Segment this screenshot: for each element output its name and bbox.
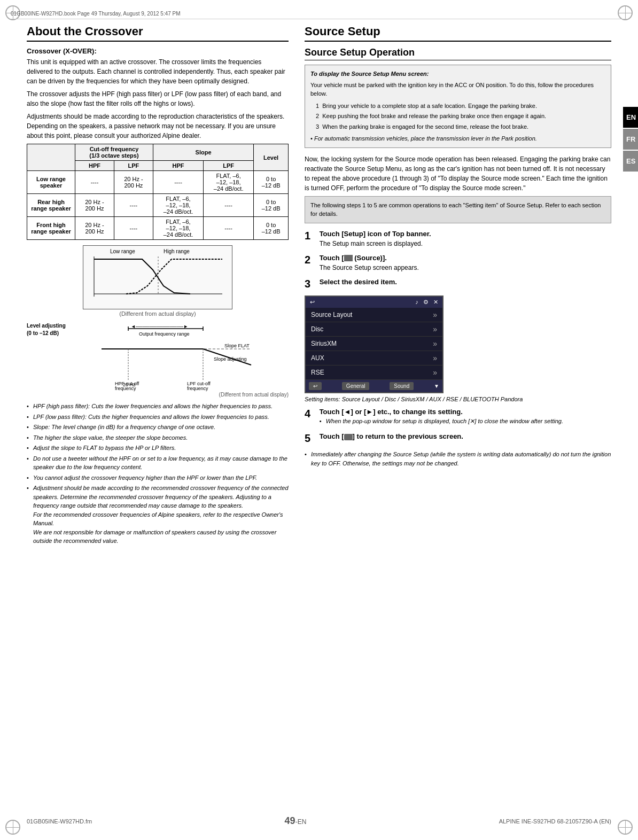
header-file-info: 01GB00INE-W927HD.book Page 49 Thursday, …: [11, 11, 181, 17]
bullet-item: Slope: The level change (in dB) for a fr…: [27, 423, 289, 432]
screen-item-aux: AUX: [311, 354, 324, 362]
svg-text:Slope FLAT: Slope FLAT: [224, 343, 250, 348]
screen-btn-sound[interactable]: Sound: [390, 382, 414, 390]
row-label-low: Low range speaker: [27, 171, 75, 194]
cell-low-level: 0 to–12 dB: [254, 171, 289, 194]
bullet-item: You cannot adjust the crossover frequenc…: [27, 473, 289, 483]
right-section-title: Source Setup: [305, 25, 611, 42]
screen-arrow-aux: »: [433, 354, 437, 362]
info-box-title: To display the Source Setup Menu screen:: [310, 69, 605, 79]
step-2-title: Touch [ (Source)].: [320, 254, 610, 262]
step-2-number: 2: [305, 254, 317, 266]
step-1-title: Touch [Setup] icon of Top banner.: [320, 230, 610, 238]
final-note-text: Immediately after changing the Source Se…: [311, 451, 611, 466]
screen-mockup: ↩ ♪ ⚙ ✕ Source Layout » Disc » SiriusXM …: [305, 295, 444, 393]
screen-arrow-disc: »: [433, 325, 437, 333]
cell-rear-hpf-slope: FLAT, –6,–12, –18,–24 dB/oct.: [153, 194, 203, 217]
step-5-block: 5 Touch [] to return to the previous scr…: [305, 432, 611, 445]
cell-low-lpf-slope: FLAT, –6,–12, –18,–24 dB/oct.: [204, 171, 254, 194]
info-step-1: 1 Bring your vehicle to a complete stop …: [316, 102, 605, 111]
lang-tab-en[interactable]: EN: [623, 107, 638, 128]
screen-item-disc: Disc: [311, 325, 323, 333]
info-step-2: 2 Keep pushing the foot brake and releas…: [316, 112, 605, 121]
right-subsection-title: Source Setup Operation: [305, 47, 611, 60]
cell-rear-lpf-slope: ----: [204, 194, 254, 217]
cell-front-hpf-slope: FLAT, –6,–12, –18,–24 dB/oct.: [153, 217, 203, 240]
level-slope-diagram: ◄──────────────► Output frequency range …: [96, 322, 267, 392]
step-1-content: Touch [Setup] icon of Top banner. The Se…: [320, 230, 610, 248]
level-diagram-wrapper: Level adjusting(0 to –12 dB) ◄──────────…: [27, 322, 289, 398]
page-suffix: -EN: [295, 818, 307, 826]
step-3-title: Select the desired item.: [320, 278, 610, 286]
bullet-item: LPF (low pass filter): Cuts the higher f…: [27, 413, 289, 422]
step-4-number: 4: [305, 408, 317, 420]
screen-arrow-layout: »: [433, 310, 437, 319]
screen-btn-general[interactable]: General: [342, 382, 370, 390]
cell-front-level: 0 to–12 dB: [254, 217, 289, 240]
cell-rear-hpf-cutoff: 20 Hz -200 Hz: [75, 194, 114, 217]
screen-arrow-siriusxm: »: [433, 339, 437, 348]
screen-item-rse: RSE: [311, 369, 324, 376]
crossover-body1: The crossover adjusts the HPF (high pass…: [27, 89, 289, 108]
svg-text:Low range: Low range: [110, 248, 135, 254]
level-diagram-labels: Level adjusting(0 to –12 dB): [27, 322, 85, 337]
screen-top-bar: ↩ ♪ ⚙ ✕: [306, 297, 442, 308]
footer-right: ALPINE INE-S927HD 68-21057Z90-A (EN): [499, 818, 611, 825]
svg-text:Output frequency range: Output frequency range: [139, 331, 190, 337]
step-3-content: Select the desired item.: [320, 278, 610, 287]
final-note-list: Immediately after changing the Source Se…: [305, 450, 611, 468]
screen-row-siriusxm: SiriusXM »: [306, 337, 442, 351]
screen-row-rse: RSE »: [306, 365, 442, 380]
screen-item-source-layout: Source Layout: [311, 311, 352, 318]
step-5-content: Touch [] to return to the previous scree…: [320, 432, 610, 441]
step-2-desc: The Source Setup screen appears.: [320, 263, 610, 273]
table-header-level: Level: [254, 144, 289, 171]
crossover-table: Cut-off frequency(1/3 octave steps) Slop…: [27, 144, 289, 240]
table-header-cutoff: Cut-off frequency(1/3 octave steps): [75, 144, 153, 161]
table-row: Front high range speaker 20 Hz -200 Hz -…: [27, 217, 289, 240]
crossover-heading: Crossover (X-OVER):: [27, 47, 289, 55]
screen-row-disc: Disc »: [306, 322, 442, 337]
page-num: 49: [285, 815, 295, 826]
crossover-body2: Adjustments should be made according to …: [27, 112, 289, 141]
bullet-item: The higher the slope value, the steeper …: [27, 433, 289, 442]
level-label: Level adjusting(0 to –12 dB): [27, 322, 85, 337]
step-4-bullet-1: When the pop-up window for setup is disp…: [320, 417, 610, 426]
frequency-diagram: Low range High range: [83, 245, 232, 309]
cell-front-lpf-slope: ----: [204, 217, 254, 240]
table-subheader-hpf2: HPF: [153, 161, 203, 171]
info-step-3: 3 When the parking brake is engaged for …: [316, 122, 605, 131]
left-column: About the Crossover Crossover (X-OVER): …: [27, 25, 289, 547]
footer-left: 01GB05INE-W927HD.fm: [27, 818, 92, 825]
step-5-number: 5: [305, 432, 317, 445]
step-4-content: Touch [◄] or [►] etc., to change its set…: [320, 408, 610, 427]
bullet-list: HPF (high pass filter): Cuts the lower f…: [27, 402, 289, 546]
cell-front-hpf-cutoff: 20 Hz -200 Hz: [75, 217, 114, 240]
bullet-item: Do not use a tweeter without the HPF on …: [27, 454, 289, 472]
page-header: 01GB00INE-W927HD.book Page 49 Thursday, …: [11, 11, 627, 19]
right-column: Source Setup Source Setup Operation To d…: [305, 25, 611, 547]
svg-text:High range: High range: [164, 248, 190, 254]
info-steps-list: 1 Bring your vehicle to a complete stop …: [310, 102, 605, 131]
step-3-number: 3: [305, 278, 317, 290]
svg-text:◄──────────────►: ◄──────────────►: [131, 324, 188, 329]
screen-btn-back[interactable]: ↩: [309, 382, 322, 390]
step-4-bullets: When the pop-up window for setup is disp…: [320, 417, 610, 426]
page-footer: 01GB05INE-W927HD.fm 49-EN ALPINE INE-S92…: [0, 815, 638, 827]
step-1-desc: The Setup main screen is displayed.: [320, 239, 610, 248]
level-diagram: ◄──────────────► Output frequency range …: [96, 322, 289, 398]
svg-text:Slope adjusting: Slope adjusting: [214, 356, 247, 362]
step-2-block: 2 Touch [ (Source)]. The Source Setup sc…: [305, 254, 611, 273]
frequency-diagram-container: Low range High range (Different from: [27, 245, 289, 317]
step-3-block: 3 Select the desired item.: [305, 278, 611, 290]
body-text: Now, the locking system for the Source m…: [305, 154, 611, 193]
screen-row-aux: AUX »: [306, 351, 442, 365]
cell-low-hpf-cutoff: ----: [75, 171, 114, 194]
table-row: Low range speaker ---- 20 Hz -200 Hz ---…: [27, 171, 289, 194]
lang-tab-es[interactable]: ES: [623, 151, 638, 172]
bullet-item: HPF (high pass filter): Cuts the lower f…: [27, 402, 289, 411]
main-content: About the Crossover Crossover (X-OVER): …: [11, 25, 627, 547]
svg-text:frequency: frequency: [115, 386, 136, 391]
note-box: The following steps 1 to 5 are common op…: [305, 196, 611, 223]
lang-tab-fr[interactable]: FR: [623, 129, 638, 150]
